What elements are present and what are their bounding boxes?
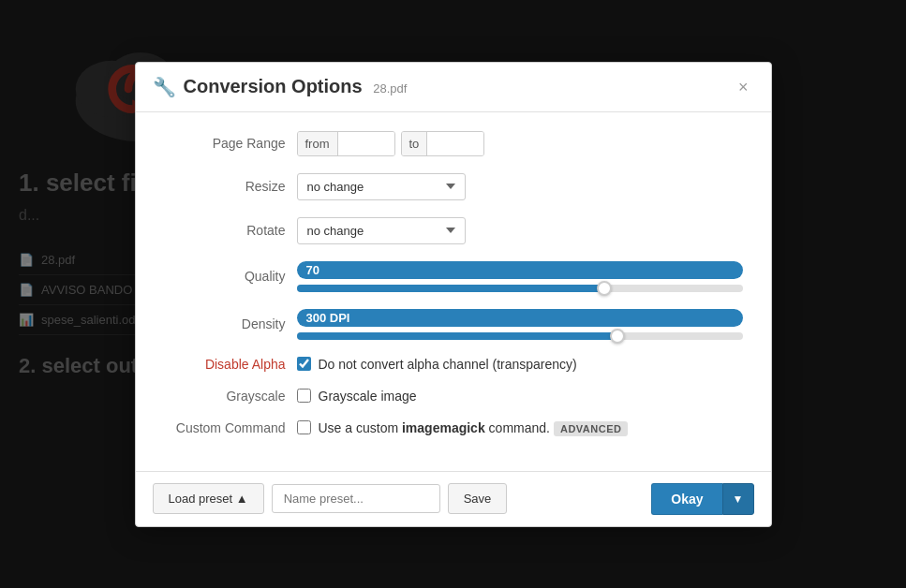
to-input[interactable] bbox=[427, 132, 483, 155]
load-preset-button[interactable]: Load preset ▲ bbox=[153, 483, 264, 514]
save-button[interactable]: Save bbox=[448, 483, 508, 514]
okay-button-group: Okay ▼ bbox=[651, 483, 753, 515]
modal-backdrop: 🔧 Conversion Options 28.pdf × Page Range… bbox=[0, 0, 906, 588]
density-row: Density 300 DPI bbox=[164, 309, 743, 340]
custom-command-text: Use a custom imagemagick command.ADVANCE… bbox=[319, 420, 629, 435]
custom-command-label: Custom Command bbox=[164, 420, 286, 435]
density-slider-track[interactable] bbox=[297, 332, 743, 340]
custom-command-row: Custom Command Use a custom imagemagick … bbox=[164, 420, 743, 435]
quality-row: Quality 70 bbox=[164, 261, 743, 292]
to-label: to bbox=[402, 132, 428, 155]
resize-row: Resize no change 25% 50% 75% 150% 200% bbox=[164, 173, 743, 200]
quality-label: Quality bbox=[164, 269, 286, 284]
preset-name-input[interactable] bbox=[272, 484, 440, 513]
grayscale-row: Grayscale Grayscale image bbox=[164, 389, 743, 404]
page-range-group: from to bbox=[297, 131, 485, 156]
density-badge: 300 DPI bbox=[297, 309, 743, 327]
close-button[interactable]: × bbox=[733, 77, 754, 97]
quality-slider-thumb[interactable] bbox=[597, 281, 612, 296]
quality-slider-track[interactable] bbox=[297, 285, 743, 292]
quality-slider-group: 70 bbox=[297, 261, 743, 292]
custom-command-checkbox-row: Use a custom imagemagick command.ADVANCE… bbox=[297, 420, 629, 435]
quality-badge: 70 bbox=[297, 261, 743, 279]
grayscale-checkbox-row: Grayscale image bbox=[297, 389, 417, 404]
disable-alpha-checkbox-row: Do not convert alpha channel (transparen… bbox=[297, 357, 577, 372]
conversion-options-modal: 🔧 Conversion Options 28.pdf × Page Range… bbox=[135, 62, 772, 527]
modal-title: Conversion Options 28.pdf bbox=[184, 76, 725, 97]
density-label: Density bbox=[164, 316, 286, 331]
disable-alpha-row: Disable Alpha Do not convert alpha chann… bbox=[164, 357, 743, 372]
from-label: from bbox=[298, 132, 338, 155]
modal-header: 🔧 Conversion Options 28.pdf × bbox=[136, 63, 771, 112]
grayscale-text: Grayscale image bbox=[319, 389, 417, 404]
rotate-select[interactable]: no change 90° 180° 270° bbox=[297, 217, 466, 244]
grayscale-checkbox[interactable] bbox=[297, 389, 311, 403]
okay-dropdown-button[interactable]: ▼ bbox=[722, 483, 754, 515]
grayscale-label: Grayscale bbox=[164, 389, 286, 404]
quality-slider-fill bbox=[297, 285, 604, 292]
modal-body: Page Range from to Resize no change bbox=[136, 112, 771, 471]
from-input-wrap: from bbox=[297, 131, 395, 156]
resize-select[interactable]: no change 25% 50% 75% 150% 200% bbox=[297, 173, 466, 200]
density-slider-fill bbox=[297, 332, 618, 340]
modal-filename: 28.pdf bbox=[373, 81, 407, 96]
density-slider-thumb[interactable] bbox=[610, 329, 625, 344]
from-input[interactable] bbox=[338, 132, 394, 155]
disable-alpha-checkbox[interactable] bbox=[297, 357, 311, 371]
advanced-badge: ADVANCED bbox=[554, 421, 629, 436]
wrench-icon: 🔧 bbox=[153, 76, 176, 98]
rotate-row: Rotate no change 90° 180° 270° bbox=[164, 217, 743, 244]
to-input-wrap: to bbox=[401, 131, 485, 156]
density-slider-group: 300 DPI bbox=[297, 309, 743, 340]
modal-footer: Load preset ▲ Save Okay ▼ bbox=[136, 471, 771, 526]
page-range-row: Page Range from to bbox=[164, 131, 743, 156]
disable-alpha-label: Disable Alpha bbox=[164, 357, 286, 372]
okay-button[interactable]: Okay bbox=[651, 483, 721, 515]
resize-label: Resize bbox=[164, 179, 286, 194]
disable-alpha-text: Do not convert alpha channel (transparen… bbox=[319, 357, 577, 372]
custom-command-checkbox[interactable] bbox=[297, 420, 311, 434]
page-range-label: Page Range bbox=[164, 136, 286, 151]
rotate-label: Rotate bbox=[164, 223, 286, 238]
